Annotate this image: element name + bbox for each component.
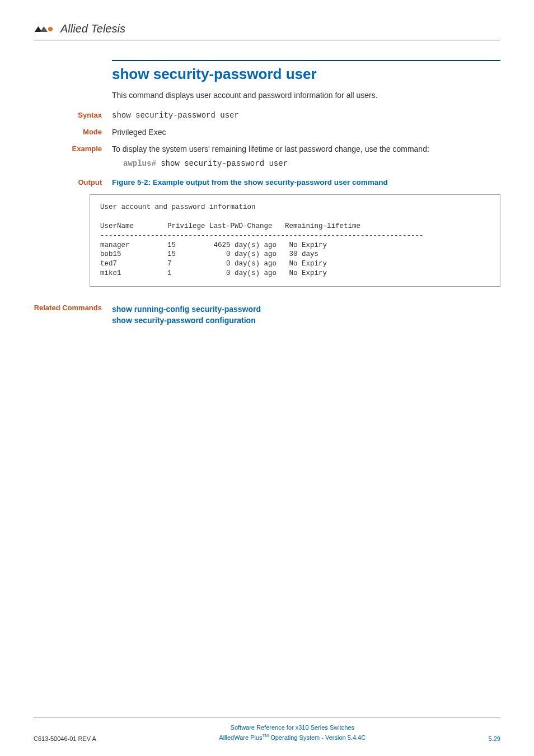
footer-divider bbox=[34, 717, 500, 717]
output-box: User account and password information Us… bbox=[90, 194, 500, 287]
output-heading: Figure 5-2: Example output from the show… bbox=[112, 178, 500, 186]
brand-logo-icon bbox=[34, 24, 56, 34]
related-commands-row: Related Commands show running-config sec… bbox=[112, 304, 500, 326]
example-row: Example To display the system users' rem… bbox=[112, 144, 500, 168]
footer-center: Software Reference for x310 Series Switc… bbox=[219, 723, 366, 742]
footer-os-line: AlliedWare PlusTM Operating System - Ver… bbox=[219, 732, 366, 742]
trademark-icon: TM bbox=[263, 733, 269, 738]
title-divider bbox=[112, 60, 500, 61]
mode-label: Mode bbox=[34, 128, 112, 137]
brand-name: Allied Telesis bbox=[60, 22, 125, 35]
cli-prompt: awplus# bbox=[123, 159, 156, 168]
example-text: To display the system users' remaining l… bbox=[112, 144, 429, 153]
output-row: Output Figure 5-2: Example output from t… bbox=[112, 178, 500, 186]
related-links: show running-config security-password sh… bbox=[112, 304, 261, 326]
related-link-security-password-config[interactable]: show security-password configuration bbox=[112, 315, 261, 326]
page-title: show security-password user bbox=[112, 66, 500, 83]
footer-page-number: 5.29 bbox=[489, 735, 500, 742]
example-command: awplus# show security-password user bbox=[123, 159, 500, 168]
syntax-label: Syntax bbox=[34, 111, 112, 120]
example-label: Example bbox=[34, 144, 112, 168]
output-label: Output bbox=[34, 178, 112, 186]
related-link-running-config[interactable]: show running-config security-password bbox=[112, 304, 261, 315]
main-content: show security-password user This command… bbox=[112, 60, 500, 326]
header-divider bbox=[34, 40, 500, 40]
mode-value: Privileged Exec bbox=[112, 128, 500, 137]
command-description: This command displays user account and p… bbox=[112, 91, 500, 100]
footer-doc-id: C613-50046-01 REV A bbox=[34, 735, 96, 742]
page-footer: C613-50046-01 REV A Software Reference f… bbox=[34, 717, 500, 742]
footer-content: C613-50046-01 REV A Software Reference f… bbox=[34, 723, 500, 742]
mode-row: Mode Privileged Exec bbox=[112, 128, 500, 137]
syntax-value: show security-password user bbox=[112, 111, 500, 120]
cli-command: show security-password user bbox=[156, 159, 288, 168]
footer-product-line: Software Reference for x310 Series Switc… bbox=[219, 723, 366, 732]
svg-point-0 bbox=[48, 26, 53, 31]
related-commands-label: Related Commands bbox=[34, 304, 112, 326]
page-header: Allied Telesis bbox=[34, 22, 500, 35]
example-body: To display the system users' remaining l… bbox=[112, 144, 500, 168]
syntax-row: Syntax show security-password user bbox=[112, 111, 500, 120]
